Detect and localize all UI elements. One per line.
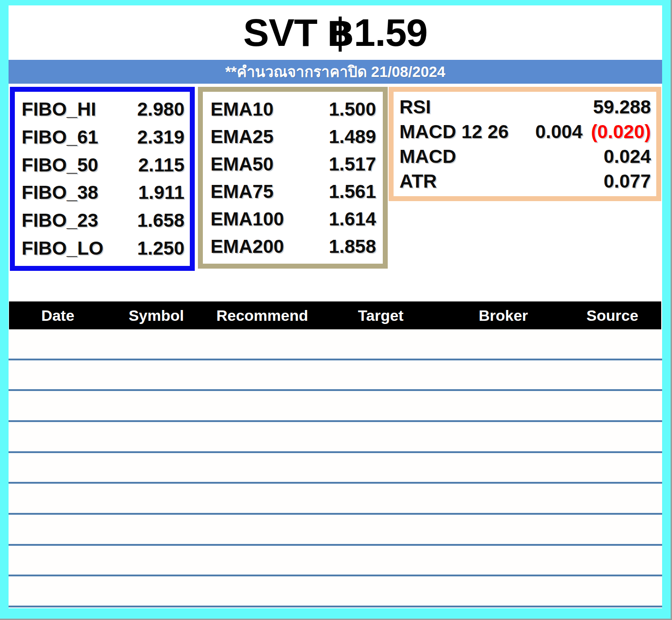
atr-label: ATR	[399, 171, 437, 192]
ema-label: EMA10	[211, 99, 273, 120]
ema-row: EMA200 1.858	[211, 236, 376, 257]
report-content: SVT ฿1.59 **คำนวณจากราคาปิด 21/08/2024 F…	[9, 5, 662, 608]
banner-text: **คำนวณจากราคาปิด 21/08/2024	[225, 63, 445, 80]
table-row	[9, 360, 662, 391]
fibo-label: FIBO_LO	[22, 238, 103, 259]
table-row	[9, 546, 662, 577]
fibo-label: FIBO_38	[22, 182, 98, 203]
column-header-broker: Broker	[443, 301, 564, 329]
ema-value: 1.858	[329, 236, 376, 257]
ema-row: EMA50 1.517	[211, 153, 376, 175]
ema-value: 1.614	[329, 208, 376, 230]
ema-value: 1.561	[329, 181, 376, 202]
ema-label: EMA100	[211, 208, 284, 230]
atr-row: ATR 0.077	[399, 171, 651, 192]
ema-value: 1.517	[329, 153, 376, 175]
fibo-box: FIBO_HI 2.980 FIBO_61 2.319 FIBO_50 2.11…	[10, 87, 195, 271]
column-header-symbol: Symbol	[107, 301, 206, 329]
page-title: SVT ฿1.59	[9, 5, 662, 60]
ema-label: EMA75	[211, 181, 273, 202]
rsi-label: RSI	[399, 96, 431, 118]
fibo-value: 2.115	[138, 154, 184, 176]
ema-row: EMA25 1.489	[211, 126, 376, 148]
ema-value: 1.489	[329, 126, 376, 148]
table-row	[9, 576, 662, 607]
table-row	[9, 515, 662, 546]
stock-report-page: SVT ฿1.59 **คำนวณจากราคาปิด 21/08/2024 F…	[0, 0, 672, 620]
table-body	[9, 329, 662, 607]
banner: **คำนวณจากราคาปิด 21/08/2024	[9, 60, 662, 84]
column-header-recommend: Recommend	[206, 301, 318, 329]
macd-signal-mid-value: 0.004	[509, 121, 582, 143]
fibo-value: 1.250	[137, 238, 184, 259]
fibo-value: 2.980	[137, 99, 184, 120]
table-header: Date Symbol Recommend Target Broker Sour…	[9, 301, 661, 329]
fibo-label: FIBO_61	[22, 126, 98, 148]
column-header-source: Source	[564, 301, 661, 329]
column-header-date: Date	[9, 301, 107, 329]
ema-value: 1.500	[329, 99, 376, 120]
fibo-row: FIBO_23 1.658	[22, 210, 184, 231]
fibo-row: FIBO_HI 2.980	[22, 99, 184, 120]
ema-box: EMA10 1.500 EMA25 1.489 EMA50 1.517 EMA7…	[198, 87, 388, 269]
fibo-row: FIBO_38 1.911	[22, 182, 184, 203]
fibo-value: 1.658	[137, 210, 184, 231]
table-row	[9, 422, 662, 453]
macd-value: 0.024	[568, 146, 651, 167]
fibo-value: 2.319	[137, 126, 184, 148]
fibo-label: FIBO_HI	[22, 99, 96, 120]
macd-row: MACD 0.024	[399, 146, 651, 167]
rsi-value: 59.288	[568, 96, 651, 118]
fibo-row: FIBO_50 2.115	[22, 154, 184, 176]
ema-row: EMA100 1.614	[211, 208, 376, 230]
ema-row: EMA75 1.561	[211, 181, 376, 202]
ema-label: EMA50	[211, 153, 273, 175]
column-header-target: Target	[318, 301, 443, 329]
table-row	[9, 484, 662, 515]
table-row	[9, 453, 662, 484]
fibo-row: FIBO_61 2.319	[22, 126, 184, 148]
rsi-row: RSI 59.288	[399, 96, 651, 118]
ema-label: EMA25	[211, 126, 273, 148]
fibo-label: FIBO_50	[22, 154, 98, 176]
table-row	[9, 391, 662, 422]
fibo-label: FIBO_23	[22, 210, 98, 231]
macd-label: MACD	[399, 146, 456, 167]
macd-signal-label: MACD 12 26	[399, 121, 509, 143]
atr-value: 0.077	[568, 171, 651, 192]
table-row	[9, 329, 662, 360]
ema-row: EMA10 1.500	[211, 99, 376, 120]
ema-label: EMA200	[211, 236, 284, 257]
fibo-value: 1.911	[138, 182, 184, 203]
fibo-row: FIBO_LO 1.250	[22, 238, 184, 259]
macd-signal-row: MACD 12 26 0.004 (0.020)	[399, 121, 651, 143]
macd-signal-value: (0.020)	[582, 121, 651, 143]
indicators-box: RSI 59.288 MACD 12 26 0.004 (0.020) MACD…	[389, 87, 661, 201]
